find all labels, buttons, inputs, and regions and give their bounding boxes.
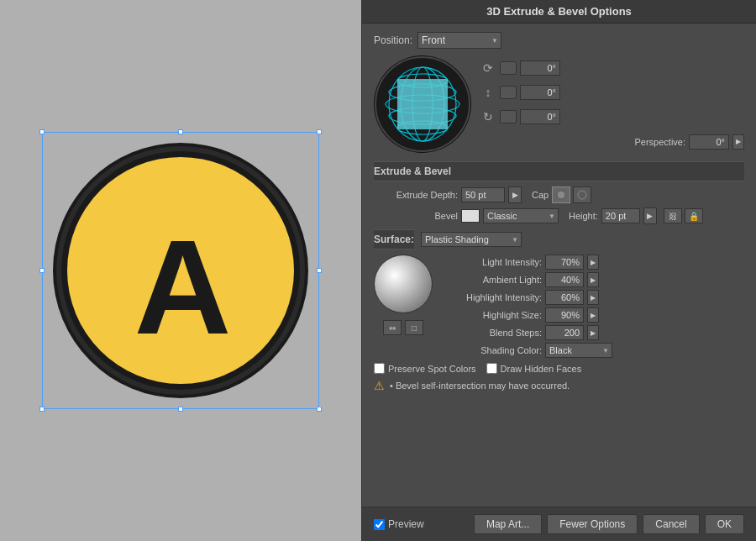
perspective-row: Perspective: 0° ▶ bbox=[480, 134, 744, 150]
footer-right: Map Art... Fewer Options Cancel OK bbox=[474, 514, 744, 534]
highlight-size-input[interactable] bbox=[545, 307, 584, 323]
x-rotation-slider[interactable] bbox=[500, 61, 517, 75]
handle-tc[interactable] bbox=[178, 129, 183, 134]
svg-rect-14 bbox=[397, 79, 448, 129]
sphere-preview bbox=[374, 255, 433, 313]
ambient-light-input[interactable] bbox=[545, 272, 584, 287]
preserve-spot-label[interactable]: Preserve Spot Colors bbox=[374, 363, 476, 374]
dialog-footer: Preview Map Art... Fewer Options Cancel … bbox=[362, 507, 756, 541]
handle-tr[interactable] bbox=[317, 129, 322, 134]
ambient-light-row: Ambient Light: ▶ bbox=[441, 272, 744, 287]
highlight-size-arrow[interactable]: ▶ bbox=[587, 307, 599, 323]
height-input[interactable] bbox=[601, 208, 640, 223]
surface-select[interactable]: Plastic Shading Diffuse Shading No Shadi… bbox=[421, 232, 522, 247]
warning-text: • Bevel self-intersection may have occur… bbox=[390, 381, 570, 391]
light-intensity-row: Light Intensity: ▶ bbox=[441, 255, 744, 270]
blend-steps-row: Blend Steps: ▶ bbox=[441, 325, 744, 340]
light-reset-icon[interactable]: □ bbox=[405, 320, 423, 335]
ok-button[interactable]: OK bbox=[705, 514, 744, 534]
map-art-button[interactable]: Map Art... bbox=[474, 514, 542, 534]
handle-bc[interactable] bbox=[178, 407, 183, 412]
extrude-depth-arrow[interactable]: ▶ bbox=[508, 186, 522, 203]
z-rotation-slider[interactable] bbox=[500, 110, 517, 123]
highlight-size-label: Highlight Size: bbox=[441, 310, 542, 320]
cap-btn-2[interactable] bbox=[573, 186, 591, 203]
highlight-intensity-row: Highlight Intensity: ▶ bbox=[441, 290, 744, 305]
surface-header-row: Surface: Plastic Shading Diffuse Shading… bbox=[374, 229, 744, 249]
preview-text: Preview bbox=[388, 518, 424, 530]
rotation-controls: ⟳ 0° ↕ 0° ↻ 0° Perspective bbox=[480, 55, 744, 153]
handle-ml[interactable] bbox=[39, 268, 45, 273]
chain-icon-1[interactable]: ⛓ bbox=[664, 208, 682, 223]
cap-label: Cap bbox=[532, 190, 549, 200]
svg-text:A: A bbox=[134, 212, 228, 362]
surface-content: ⇔ □ Light Intensity: ▶ Ambient Light: ▶ bbox=[374, 255, 744, 358]
warning-row: ⚠ • Bevel self-intersection may have occ… bbox=[374, 379, 744, 392]
shading-color-select[interactable]: Black White Custom bbox=[545, 343, 612, 358]
height-arrow[interactable]: ▶ bbox=[643, 207, 657, 224]
handle-tl[interactable] bbox=[39, 129, 45, 134]
bevel-select[interactable]: Classic Round Complex bbox=[483, 208, 559, 223]
y-rotate-icon: ↕ bbox=[480, 84, 496, 101]
circle-logo: A bbox=[50, 140, 311, 401]
fewer-options-button[interactable]: Fewer Options bbox=[547, 514, 638, 534]
canvas-area: A bbox=[0, 0, 361, 541]
light-move-icon[interactable]: ⇔ bbox=[383, 320, 402, 335]
dialog-panel: 3D Extrude & Bevel Options Position: Fro… bbox=[361, 0, 756, 541]
surface-select-wrapper: Plastic Shading Diffuse Shading No Shadi… bbox=[421, 232, 522, 247]
highlight-size-row: Highlight Size: ▶ bbox=[441, 307, 744, 323]
y-rotation-row: ↕ 0° bbox=[480, 84, 744, 101]
footer-left: Preview bbox=[374, 518, 424, 530]
height-label: Height: bbox=[569, 211, 598, 221]
z-rotation-row: ↻ 0° bbox=[480, 108, 744, 125]
extrude-depth-row: Extrude Depth: ▶ Cap bbox=[374, 186, 744, 203]
checkboxes-row: Preserve Spot Colors Draw Hidden Faces bbox=[374, 363, 744, 374]
cancel-button[interactable]: Cancel bbox=[643, 514, 699, 534]
position-select-wrapper: Front Back Left Right bbox=[417, 32, 501, 49]
z-rotation-input[interactable]: 0° bbox=[520, 109, 560, 124]
draw-hidden-text: Draw Hidden Faces bbox=[501, 364, 582, 374]
highlight-intensity-input[interactable] bbox=[545, 290, 584, 305]
handle-br[interactable] bbox=[317, 407, 322, 412]
ambient-light-arrow[interactable]: ▶ bbox=[587, 272, 599, 287]
light-intensity-arrow[interactable]: ▶ bbox=[587, 255, 599, 270]
perspective-label: Perspective: bbox=[480, 137, 685, 147]
ambient-light-label: Ambient Light: bbox=[441, 275, 542, 285]
dialog-title: 3D Extrude & Bevel Options bbox=[362, 0, 756, 24]
preview-label[interactable]: Preview bbox=[374, 518, 424, 530]
shading-color-select-wrapper: Black White Custom bbox=[545, 343, 612, 358]
handle-mr[interactable] bbox=[317, 268, 322, 273]
bevel-color-box[interactable] bbox=[461, 209, 480, 223]
extrude-depth-label: Extrude Depth: bbox=[374, 190, 458, 200]
cap-btn-1[interactable] bbox=[552, 186, 570, 203]
blend-steps-arrow[interactable]: ▶ bbox=[587, 325, 599, 340]
draw-hidden-label[interactable]: Draw Hidden Faces bbox=[486, 363, 582, 374]
dialog-body: Position: Front Back Left Right bbox=[362, 24, 756, 507]
surface-controls: Light Intensity: ▶ Ambient Light: ▶ High… bbox=[441, 255, 744, 358]
y-rotation-slider[interactable] bbox=[500, 86, 517, 99]
light-intensity-input[interactable] bbox=[545, 255, 584, 270]
light-intensity-label: Light Intensity: bbox=[441, 257, 542, 267]
sphere-area: ⟳ 0° ↕ 0° ↻ 0° Perspective bbox=[374, 55, 744, 153]
preserve-spot-checkbox[interactable] bbox=[374, 363, 385, 374]
handle-bl[interactable] bbox=[39, 407, 45, 412]
position-row: Position: Front Back Left Right bbox=[374, 32, 744, 49]
extrude-depth-input[interactable] bbox=[461, 187, 505, 202]
shading-color-label: Shading Color: bbox=[441, 345, 542, 355]
position-select[interactable]: Front Back Left Right bbox=[417, 32, 501, 49]
preserve-spot-text: Preserve Spot Colors bbox=[388, 364, 476, 374]
y-rotation-input[interactable]: 0° bbox=[520, 85, 560, 100]
highlight-intensity-arrow[interactable]: ▶ bbox=[587, 290, 599, 305]
x-rotation-input[interactable]: 0° bbox=[520, 60, 560, 76]
bevel-row: Bevel Classic Round Complex Height: ▶ ⛓ … bbox=[374, 207, 744, 224]
chain-icon-2[interactable]: 🔒 bbox=[685, 208, 703, 223]
perspective-input[interactable]: 0° bbox=[689, 134, 729, 150]
blend-steps-input[interactable] bbox=[545, 325, 584, 340]
svg-point-17 bbox=[578, 191, 586, 199]
sphere-bottom-icons: ⇔ □ bbox=[383, 320, 423, 335]
bevel-label: Bevel bbox=[374, 211, 458, 221]
sphere-3d-vis bbox=[374, 55, 471, 153]
perspective-arrow[interactable]: ▶ bbox=[732, 134, 744, 150]
preview-checkbox[interactable] bbox=[374, 519, 385, 530]
draw-hidden-checkbox[interactable] bbox=[486, 363, 497, 374]
